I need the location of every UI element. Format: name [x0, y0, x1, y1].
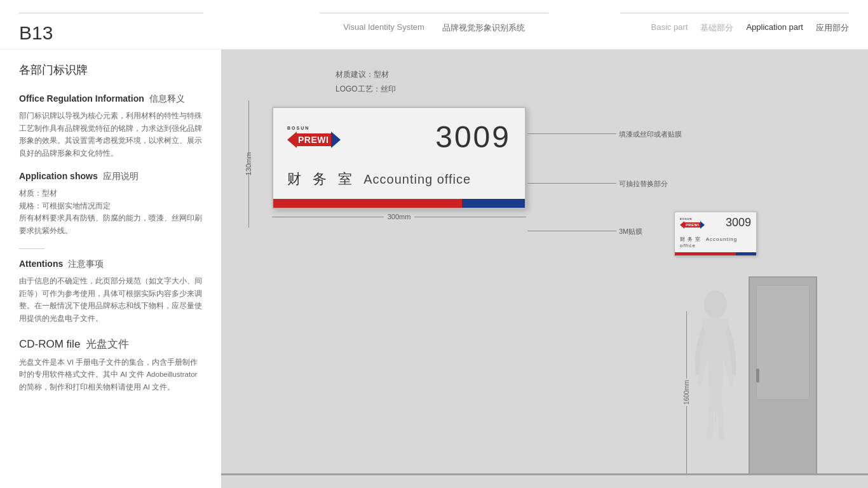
annotation-3-line	[527, 231, 616, 231]
section-application-line1: 材质：型材	[19, 187, 202, 200]
application-part-cn: 应用部分	[816, 22, 849, 34]
section-info-body: 部门标识牌以导视为核心元素，利用材料的特性与特殊工艺制作具有品牌视觉特征的铭牌，…	[19, 110, 202, 159]
sign-box: BOSUN PREWI 3009	[272, 107, 526, 209]
application-part-en: Application part	[746, 22, 803, 34]
small-sign-number: 3009	[726, 216, 751, 229]
height-floor-text: 1600mm	[683, 379, 690, 406]
section-attentions-heading: Attentions 注意事项	[19, 259, 202, 270]
person-silhouette	[690, 287, 741, 473]
door	[749, 276, 817, 473]
width-dim: 300mm	[272, 213, 526, 220]
logo-prewi-row: PREWI	[287, 132, 341, 148]
page-title: 各部门标识牌	[19, 62, 202, 78]
floor	[221, 473, 868, 475]
section-cdrom-heading: CD-ROM file 光盘文件	[19, 337, 202, 351]
section-application-line2: 规格：可根据实地情况而定	[19, 200, 202, 213]
header-line-left	[19, 13, 203, 13]
section-cdrom-body: 光盘文件是本 VI 手册电子文件的集合，内含手册制作时的专用软件格式文件。其中 …	[19, 356, 202, 394]
header-right-line	[620, 13, 849, 13]
height-from-floor-label: 1600mm	[683, 311, 690, 473]
vi-system-label-en: Visual Identity System	[343, 22, 424, 34]
small-sign-room-cn: 财 务 室	[680, 236, 701, 242]
width-dim-label: 300mm	[388, 213, 411, 220]
height-bracket: 130mm	[237, 107, 261, 220]
basic-part-cn: 基础部分	[700, 22, 733, 34]
annotation-1-line	[527, 133, 616, 134]
section-application-line3: 所有材料要求具有防锈、防腐的能力，喷漆、丝网印刷要求抗紫外线。	[19, 212, 202, 237]
vi-system-label-cn: 品牌视觉形象识别系统	[442, 22, 525, 34]
section-application-heading: Application shows 应用说明	[19, 171, 202, 182]
section-info: Office Regulation Information 信息释义 部门标识牌…	[19, 93, 202, 159]
material-note: 材质建议：型材 LOGO工艺：丝印	[336, 67, 396, 97]
logo-wrapper: BOSUN PREWI	[287, 126, 341, 148]
section-attentions-body: 由于信息的不确定性，此页部分规范（如文字大小、间距等）可作为参考使用，具体可根据…	[19, 275, 202, 325]
left-panel: 各部门标识牌 Office Regulation Information 信息释…	[0, 50, 221, 488]
section-attentions: Attentions 注意事项 由于信息的不确定性，此页部分规范（如文字大小、间…	[19, 259, 202, 325]
section-info-heading: Office Regulation Information 信息释义	[19, 93, 202, 105]
annotation-2-text: 可抽拉替换部分	[619, 179, 668, 189]
header-center-line	[320, 13, 548, 13]
section-cdrom: CD-ROM file 光盘文件 光盘文件是本 VI 手册电子文件的集合，内含手…	[19, 337, 202, 394]
height-dim-label: 130mm	[243, 152, 254, 175]
annotation-2-line	[527, 183, 616, 184]
annotation-3-text: 3M贴膜	[619, 227, 642, 236]
right-panel: 材质建议：型材 LOGO工艺：丝印 130mm BOSUN	[221, 50, 868, 488]
small-sign-preview: BOSUN PREWI 3009 财 务 室 Accounting office	[674, 212, 757, 256]
basic-part-en: Basic part	[651, 22, 688, 34]
logo-bosun: BOSUN	[287, 126, 309, 130]
section-application: Application shows 应用说明 材质：型材 规格：可根据实地情况而…	[19, 171, 202, 237]
main-sign-wrapper: 130mm BOSUN PREWI	[272, 107, 526, 220]
annotation-1-text: 填漆或丝印或者贴膜	[619, 130, 682, 139]
sign-bottom-bar	[273, 199, 525, 208]
page-id: B13	[19, 22, 53, 44]
room-name-cn: 财 务 室	[287, 170, 356, 189]
room-name-en: Accounting office	[363, 172, 471, 187]
room-number: 3009	[435, 119, 511, 154]
svg-point-0	[704, 290, 727, 318]
section-divider-1	[19, 248, 44, 249]
